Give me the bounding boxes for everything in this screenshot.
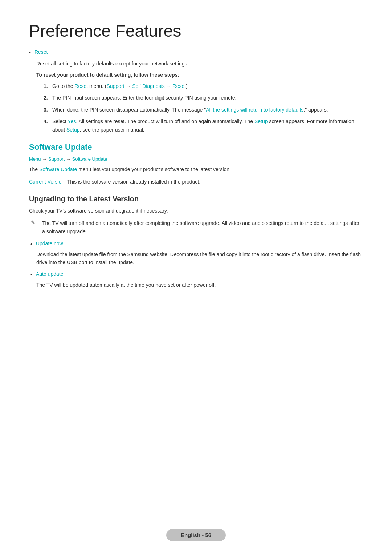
auto-update-link[interactable]: Auto update (36, 271, 64, 277)
reset-link-step1[interactable]: Reset (74, 83, 88, 89)
footer-badge: English - 56 (166, 529, 226, 541)
software-update-breadcrumb: Menu → Support → Software Update (29, 156, 363, 162)
software-update-inline-link[interactable]: Software Update (39, 166, 77, 172)
upgrading-heading: Upgrading to the Latest Version (29, 195, 363, 203)
bullet-dot: • (29, 49, 31, 57)
software-update-section: Software Update Menu → Support → Softwar… (29, 142, 363, 186)
software-update-nav-link[interactable]: Software Update (72, 156, 107, 162)
bullet-dot-update: • (30, 241, 32, 248)
step-1-num: 1. (44, 82, 52, 90)
software-update-heading: Software Update (29, 142, 363, 152)
factory-defaults-link[interactable]: All the settings will return to factory … (206, 107, 303, 113)
update-now-bullet: • Update now (30, 241, 363, 248)
footer: English - 56 (0, 529, 392, 541)
support-link[interactable]: Support (48, 156, 65, 162)
auto-update-description: The TV will be updated automatically at … (36, 281, 363, 289)
current-version-link[interactable]: Current Version (29, 179, 64, 185)
reset-bullet: • Reset (29, 49, 363, 57)
upgrading-description: Check your TV's software version and upg… (29, 207, 363, 215)
step-1-text: Go to the Reset menu. (Support → Self Di… (52, 82, 363, 90)
step-3: 3. When done, the PIN screen disappear a… (44, 106, 363, 114)
update-now-description: Download the latest update file from the… (36, 250, 363, 267)
software-update-desc2: Current Version: This is the software ve… (29, 178, 363, 186)
self-diagnosis-link[interactable]: Self Diagnosis (132, 83, 165, 89)
arrow-2: → (66, 156, 72, 162)
update-now-link[interactable]: Update now (36, 241, 63, 246)
note-icon: ✎ (30, 219, 38, 226)
menu-link[interactable]: Menu (29, 156, 41, 162)
step-3-num: 3. (44, 106, 52, 114)
step-1: 1. Go to the Reset menu. (Support → Self… (44, 82, 363, 90)
note-text: The TV will turn off and on automaticall… (42, 219, 363, 235)
bullet-dot-auto: • (30, 271, 32, 279)
reset-link[interactable]: Reset (34, 49, 48, 55)
upgrade-note: ✎ The TV will turn off and on automatica… (30, 219, 363, 235)
software-update-desc1: The Software Update menu lets you upgrad… (29, 165, 363, 173)
reset-section: • Reset Reset all setting to factory def… (29, 49, 363, 134)
yes-link[interactable]: Yes (68, 118, 76, 124)
setup-link-1[interactable]: Setup (254, 118, 268, 124)
reset-steps-list: 1. Go to the Reset menu. (Support → Self… (44, 82, 363, 134)
reset-description: Reset all setting to factory defaults ex… (36, 60, 363, 68)
reset-link-step1b[interactable]: Reset (173, 83, 186, 89)
reset-instruction-heading: To reset your product to default setting… (36, 72, 363, 78)
step-4: 4. Select Yes. All settings are reset. T… (44, 117, 363, 134)
step-4-text: Select Yes. All settings are reset. The … (52, 117, 363, 134)
step-4-num: 4. (44, 117, 52, 125)
upgrading-section: Upgrading to the Latest Version Check yo… (29, 195, 363, 289)
arrow-1: → (42, 156, 48, 162)
setup-link-2[interactable]: Setup (66, 127, 80, 133)
step-2-num: 2. (44, 94, 52, 102)
step-2-text: The PIN input screen appears. Enter the … (52, 94, 363, 102)
step-2: 2. The PIN input screen appears. Enter t… (44, 94, 363, 102)
step-3-text: When done, the PIN screen disappear auto… (52, 106, 363, 114)
page-title: Preference Features (29, 22, 363, 40)
support-link-step1[interactable]: Support (106, 83, 124, 89)
auto-update-bullet: • Auto update (30, 271, 363, 279)
